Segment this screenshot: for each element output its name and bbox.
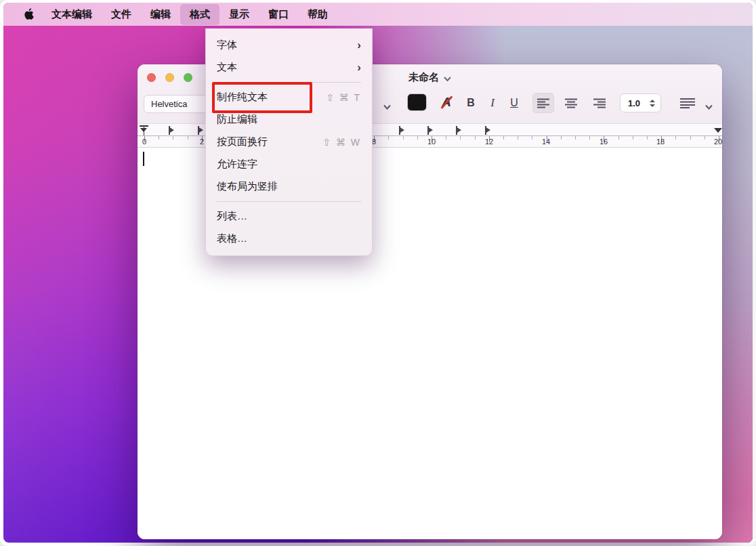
menubar-item-help[interactable]: 帮助 <box>298 4 337 25</box>
tab-stop-marker[interactable] <box>169 127 174 133</box>
ruler-label: 14 <box>542 138 550 146</box>
left-indent-marker[interactable] <box>140 125 148 135</box>
text-cursor <box>143 152 144 166</box>
tab-stop-marker[interactable] <box>427 127 433 133</box>
menu-item-make-plain-text[interactable]: 制作纯文本 ⇧ ⌘ T <box>206 86 372 108</box>
menubar-item-window[interactable]: 窗口 <box>259 4 298 25</box>
menu-bar: 文本编辑 文件 编辑 格式 显示 窗口 帮助 <box>3 3 753 26</box>
format-dropdown-menu: 字体 › 文本 › 制作纯文本 ⇧ ⌘ T 防止编辑 按页面换行 ⇧ ⌘ W 允… <box>205 28 373 256</box>
tab-stop-marker[interactable] <box>456 127 461 133</box>
menu-item-allow-ligatures[interactable]: 允许连字 <box>206 153 372 175</box>
align-center-button[interactable] <box>560 93 582 113</box>
menu-item-text[interactable]: 文本 › <box>206 56 372 79</box>
menu-item-table[interactable]: 表格… <box>206 228 372 250</box>
tab-stop-marker[interactable] <box>198 127 203 133</box>
align-left-button[interactable] <box>532 93 554 113</box>
stepper-arrows-icon[interactable] <box>650 100 655 107</box>
right-margin-marker[interactable] <box>714 128 722 133</box>
menu-item-vertical-layout[interactable]: 使布局为竖排 <box>206 175 372 198</box>
ruler-label: 18 <box>656 138 665 146</box>
menu-separator <box>217 201 361 202</box>
menu-item-list[interactable]: 列表… <box>206 205 372 228</box>
no-highlight-color-icon[interactable]: A <box>438 93 455 111</box>
text-color-well[interactable] <box>408 94 426 110</box>
menubar-item-file[interactable]: 文件 <box>102 4 141 25</box>
bold-button[interactable]: B <box>462 94 480 112</box>
ruler-label: 2 <box>200 138 204 146</box>
ruler-label: 0 <box>142 138 146 146</box>
title-chevron-icon[interactable] <box>444 72 451 83</box>
underline-button[interactable]: U <box>505 94 523 112</box>
tab-stop-marker[interactable] <box>485 127 490 133</box>
menu-item-font[interactable]: 字体 › <box>206 34 372 56</box>
menu-separator <box>217 82 361 83</box>
ruler-label: 20 <box>714 138 722 146</box>
menubar-item-view[interactable]: 显示 <box>219 4 259 25</box>
menubar-item-format[interactable]: 格式 <box>180 4 219 25</box>
ruler-label: 12 <box>485 138 493 146</box>
tab-stop-marker[interactable] <box>399 127 404 133</box>
align-right-button[interactable] <box>589 93 610 113</box>
menubar-item-edit[interactable]: 编辑 <box>141 4 180 25</box>
apple-logo-icon <box>24 8 34 20</box>
line-spacing-stepper[interactable]: 1.0 <box>620 93 661 112</box>
submenu-arrow-icon: › <box>357 62 361 73</box>
list-style-button[interactable] <box>678 94 697 112</box>
list-style-chevron-icon[interactable] <box>705 100 713 106</box>
font-family-select[interactable]: Helvetica <box>144 95 207 113</box>
italic-button[interactable]: I <box>484 94 501 112</box>
menu-item-prevent-editing[interactable]: 防止编辑 <box>206 108 372 131</box>
apple-menu[interactable] <box>24 7 35 21</box>
menubar-item-textedit[interactable]: 文本编辑 <box>42 4 102 25</box>
submenu-arrow-icon: › <box>357 39 361 51</box>
page-title: 未命名 <box>408 71 439 84</box>
line-spacing-value: 1.0 <box>628 98 640 108</box>
ruler-label: 16 <box>600 138 608 146</box>
menu-item-wrap-to-page[interactable]: 按页面换行 ⇧ ⌘ W <box>206 131 372 153</box>
ruler-label: 10 <box>427 138 436 146</box>
font-size-chevron-icon[interactable] <box>383 100 391 106</box>
screenshot-frame: 未命名 Helvetica A B I U <box>0 0 756 546</box>
